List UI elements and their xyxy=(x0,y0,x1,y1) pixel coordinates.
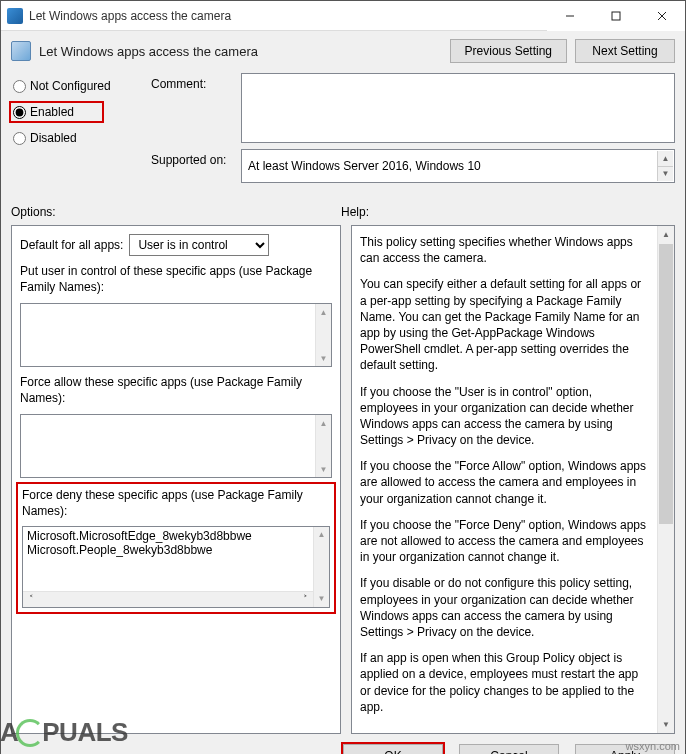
scroll-thumb[interactable] xyxy=(659,244,673,524)
radio-enabled-label: Enabled xyxy=(30,105,74,119)
supported-label: Supported on: xyxy=(151,149,241,183)
apply-button[interactable]: Apply xyxy=(575,744,675,754)
scrollbar[interactable]: ▲ ▼ xyxy=(315,304,331,366)
dialog-footer: OK Cancel Apply xyxy=(1,734,685,754)
radio-disabled[interactable]: Disabled xyxy=(11,129,83,147)
force-deny-listbox[interactable]: Microsoft.MicrosoftEdge_8wekyb3d8bbwe Mi… xyxy=(22,526,330,608)
window-controls xyxy=(547,1,685,31)
state-radio-group: Not Configured Enabled Disabled xyxy=(11,73,141,189)
window-title: Let Windows apps access the camera xyxy=(29,9,547,23)
options-pane: Default for all apps: User is in control… xyxy=(11,225,341,734)
previous-setting-button[interactable]: Previous Setting xyxy=(450,39,567,63)
chevron-up-icon[interactable]: ▲ xyxy=(658,226,674,243)
supported-value-box: At least Windows Server 2016, Windows 10… xyxy=(241,149,675,183)
default-for-all-label: Default for all apps: xyxy=(20,238,123,252)
chevron-down-icon[interactable]: ▼ xyxy=(657,166,673,182)
policy-icon xyxy=(7,8,23,24)
ok-button[interactable]: OK xyxy=(343,744,443,754)
help-pane: This policy setting specifies whether Wi… xyxy=(351,225,675,734)
supported-value: At least Windows Server 2016, Windows 10 xyxy=(248,159,481,173)
chevron-up-icon[interactable]: ▲ xyxy=(316,415,331,431)
policy-header-text: Let Windows apps access the camera xyxy=(39,44,442,59)
chevron-down-icon[interactable]: ▼ xyxy=(658,716,674,733)
radio-disabled-input[interactable] xyxy=(13,132,26,145)
supported-row: Supported on: At least Windows Server 20… xyxy=(151,149,675,183)
section-labels: Options: Help: xyxy=(11,205,675,219)
radio-disabled-label: Disabled xyxy=(30,131,77,145)
force-deny-group: Force deny these specific apps (use Pack… xyxy=(16,482,336,613)
maximize-button[interactable] xyxy=(593,1,639,31)
chevron-down-icon[interactable]: ▼ xyxy=(316,461,331,477)
chevron-left-icon[interactable]: ˂ xyxy=(23,591,39,607)
radio-not-configured-label: Not Configured xyxy=(30,79,111,93)
help-paragraph: If you choose the "User is in control" o… xyxy=(360,384,648,449)
chevron-up-icon[interactable]: ▲ xyxy=(657,151,673,166)
help-paragraph: If you disable or do not configure this … xyxy=(360,575,648,640)
radio-enabled-input[interactable] xyxy=(13,106,26,119)
scrollbar[interactable]: ▲ ▼ xyxy=(313,527,329,607)
force-deny-label: Force deny these specific apps (use Pack… xyxy=(22,488,330,519)
help-scrollbar[interactable]: ▲ ▼ xyxy=(657,226,674,733)
radio-enabled[interactable]: Enabled xyxy=(9,101,104,123)
comment-supported-col: Comment: Supported on: At least Windows … xyxy=(151,73,675,189)
chevron-right-icon[interactable]: ˃ xyxy=(297,591,313,607)
supported-spinner[interactable]: ▲ ▼ xyxy=(657,151,673,181)
titlebar: Let Windows apps access the camera xyxy=(1,1,685,31)
cancel-button[interactable]: Cancel xyxy=(459,744,559,754)
user-control-listbox[interactable]: ▲ ▼ xyxy=(20,303,332,367)
help-label: Help: xyxy=(341,205,675,219)
help-text: This policy setting specifies whether Wi… xyxy=(360,234,666,725)
radio-not-configured-input[interactable] xyxy=(13,80,26,93)
help-paragraph: If you choose the "Force Allow" option, … xyxy=(360,458,648,507)
help-paragraph: You can specify either a default setting… xyxy=(360,276,648,373)
options-label: Options: xyxy=(11,205,341,219)
chevron-up-icon[interactable]: ▲ xyxy=(316,304,331,320)
chevron-down-icon[interactable]: ▼ xyxy=(316,350,331,366)
lower-panes: Default for all apps: User is in control… xyxy=(11,225,675,734)
horizontal-scrollbar[interactable]: ˂ ˃ xyxy=(23,591,313,607)
scrollbar[interactable]: ▲ ▼ xyxy=(315,415,331,477)
help-paragraph: This policy setting specifies whether Wi… xyxy=(360,234,648,266)
minimize-button[interactable] xyxy=(547,1,593,31)
default-for-all-dropdown[interactable]: User is in controlForce AllowForce Deny xyxy=(129,234,269,256)
policy-header-icon xyxy=(11,41,31,61)
force-allow-listbox[interactable]: ▲ ▼ xyxy=(20,414,332,478)
chevron-down-icon[interactable]: ▼ xyxy=(314,591,329,607)
chevron-up-icon[interactable]: ▲ xyxy=(314,527,329,543)
force-deny-line-1: Microsoft.People_8wekyb3d8bbwe xyxy=(27,543,311,557)
close-button[interactable] xyxy=(639,1,685,31)
svg-rect-1 xyxy=(612,12,620,20)
help-paragraph: If you choose the "Force Deny" option, W… xyxy=(360,517,648,566)
radio-not-configured[interactable]: Not Configured xyxy=(11,77,117,95)
comment-textarea[interactable] xyxy=(241,73,675,143)
comment-row: Comment: xyxy=(151,73,675,143)
help-paragraph: If an app is open when this Group Policy… xyxy=(360,650,648,715)
dialog-window: Let Windows apps access the camera Let W… xyxy=(0,0,686,754)
force-deny-line-0: Microsoft.MicrosoftEdge_8wekyb3d8bbwe xyxy=(27,529,311,543)
default-for-all-row: Default for all apps: User is in control… xyxy=(20,234,332,256)
header-row: Let Windows apps access the camera Previ… xyxy=(1,31,685,69)
user-control-label: Put user in control of these specific ap… xyxy=(20,264,332,295)
body-area: Not Configured Enabled Disabled Comment: xyxy=(1,69,685,734)
top-section: Not Configured Enabled Disabled Comment: xyxy=(11,73,675,189)
next-setting-button[interactable]: Next Setting xyxy=(575,39,675,63)
comment-label: Comment: xyxy=(151,73,241,143)
force-allow-label: Force allow these specific apps (use Pac… xyxy=(20,375,332,406)
